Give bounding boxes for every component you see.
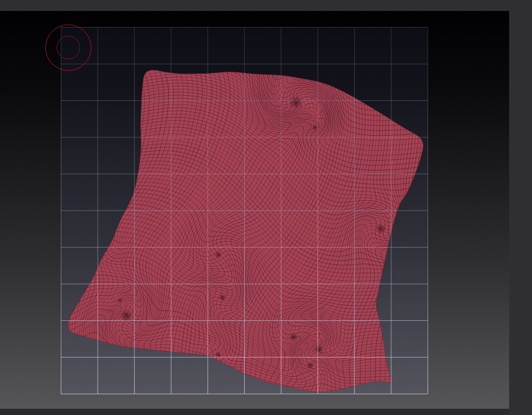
right-tray — [509, 11, 532, 415]
top-menu-bar — [0, 0, 532, 11]
bottom-tray — [0, 409, 509, 415]
viewport-canvas[interactable] — [0, 11, 509, 409]
app-window — [0, 0, 532, 415]
